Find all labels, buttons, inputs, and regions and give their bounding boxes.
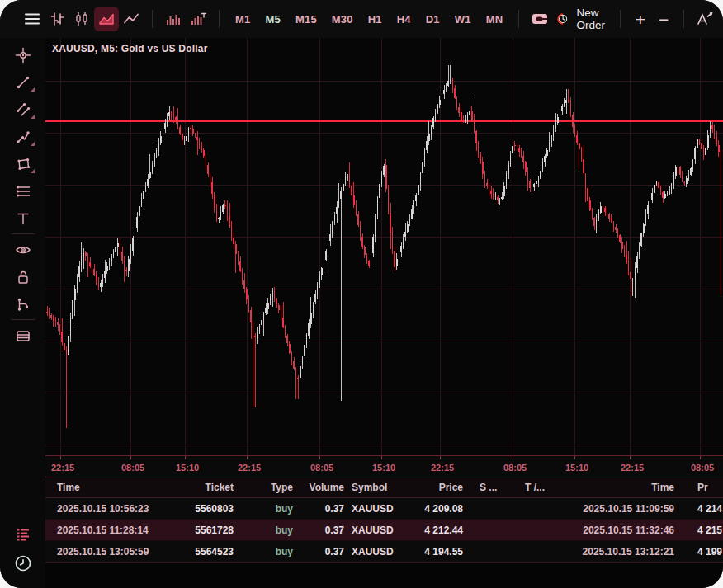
timeframe-M1[interactable]: M1 (228, 13, 258, 26)
time-axis-label: 22:15 (621, 463, 644, 473)
time-axis-tick (319, 456, 320, 459)
price-chart[interactable] (45, 38, 723, 455)
menu-icon (22, 9, 42, 29)
trade-list-button[interactable] (7, 520, 40, 548)
bottom-strip (45, 562, 723, 588)
sidebar-divider (11, 319, 35, 320)
table-cell: 0.37 (293, 524, 344, 536)
table-cell: buy (234, 524, 293, 536)
dropdown-corner (31, 142, 35, 146)
table-cell: 2025.10.15 11:09:59 (570, 503, 674, 515)
time-axis-label: 22:15 (431, 463, 454, 473)
line-chart-icon (122, 10, 140, 28)
dropdown-corner (31, 115, 35, 119)
table-row[interactable]: 2025.10.15 13:05:595564523buy0.37XAUUSD4… (45, 541, 723, 562)
tool-shapes[interactable] (7, 150, 40, 177)
tool-polyline[interactable] (7, 123, 40, 150)
tool-fibonacci[interactable] (7, 177, 40, 205)
time-axis-tick (130, 456, 131, 459)
table-cell: 4 194.55 (402, 546, 463, 557)
table-cell: 2025.10.15 11:32:46 (570, 524, 674, 536)
timeframe-M30[interactable]: M30 (324, 13, 361, 26)
zoom-out-button[interactable]: − (652, 11, 675, 28)
table-cell: 5561728 (184, 524, 234, 536)
volumes-button[interactable] (161, 7, 186, 31)
toolbar-divider (518, 10, 519, 28)
timeframe-D1[interactable]: D1 (418, 13, 447, 26)
table-cell: buy (234, 503, 293, 515)
table-row[interactable]: 2025.10.15 11:28:145561728buy0.37XAUUSD4… (45, 520, 723, 541)
table-cell: 5564523 (184, 546, 234, 557)
timeframe-M5[interactable]: M5 (258, 13, 287, 26)
time-axis-tick (185, 456, 186, 459)
history-button[interactable] (7, 549, 40, 576)
timeframe-MN[interactable]: MN (479, 13, 511, 26)
time-axis-label: 08:05 (121, 463, 144, 473)
timeframe-group: M1M5M15M30H1H4D1W1MN (228, 13, 510, 26)
time-axis-tick (440, 456, 441, 459)
table-cell: 0.37 (293, 503, 344, 515)
annotation-button[interactable] (692, 7, 717, 31)
candlestick-chart-button[interactable] (69, 7, 94, 31)
dropdown-corner (31, 169, 35, 173)
timeframe-H1[interactable]: H1 (361, 13, 390, 26)
bar-chart-icon (48, 10, 66, 28)
sidebar-divider (11, 233, 35, 234)
timeframe-M15[interactable]: M15 (288, 13, 324, 26)
drawing-toolbar (0, 38, 45, 588)
table-cell: 4 215 (674, 524, 723, 536)
table-cell: 0.37 (293, 546, 344, 557)
zoom-in-button[interactable]: + (629, 11, 652, 28)
time-axis-tick (574, 456, 575, 459)
table-cell: 2025.10.15 10:56:23 (45, 503, 184, 515)
tool-visibility[interactable] (7, 236, 40, 263)
trade-list-icon (14, 525, 32, 543)
area-chart-icon (97, 10, 116, 28)
tool-windows[interactable] (7, 322, 40, 349)
time-axis-label: 15:10 (372, 463, 395, 473)
time-axis-tick (700, 456, 701, 459)
top-toolbar: M1M5M15M30H1H4D1W1MN New Order + − (0, 0, 723, 38)
timeframe-H4[interactable]: H4 (390, 13, 418, 26)
table-cell: 2025.10.15 11:28:14 (45, 524, 184, 536)
area-chart-button[interactable] (94, 7, 119, 31)
tool-crosshair[interactable] (7, 41, 40, 68)
tool-lock[interactable] (7, 263, 40, 290)
table-header-0: Time (45, 482, 184, 493)
bar-chart-button[interactable] (45, 7, 69, 31)
tool-channels[interactable] (7, 96, 40, 123)
new-order-button[interactable]: New Order (557, 7, 612, 31)
dropdown-corner (31, 87, 35, 92)
line-chart-button[interactable] (119, 7, 144, 31)
toolbar-divider (620, 10, 621, 28)
time-axis-label: 08:05 (691, 463, 714, 473)
time-axis-label: 15:10 (565, 463, 588, 473)
tool-text[interactable] (7, 205, 40, 232)
toolbar-divider (683, 10, 684, 28)
tool-trendline[interactable] (7, 68, 40, 96)
table-row[interactable]: 2025.10.15 10:56:235560803buy0.37XAUUSD4… (45, 498, 723, 520)
chart-shift-button[interactable] (527, 7, 552, 31)
table-cell: 4 214 (674, 503, 723, 515)
toolbar-divider (219, 10, 220, 28)
table-header-2: Type (234, 482, 293, 493)
time-axis-label: 08:05 (310, 463, 333, 473)
positions-table: TimeTicketTypeVolumeSymbolPriceS ...T /.… (45, 477, 723, 562)
table-cell: XAUUSD (344, 503, 402, 515)
new-order-icon (557, 10, 569, 28)
time-axis-tick (513, 456, 513, 459)
tick-volumes-button[interactable] (186, 7, 210, 31)
table-header-8: Time (570, 482, 674, 493)
table-cell: 4 212.44 (402, 524, 463, 536)
time-axis[interactable]: 22:1508:0515:1022:1508:0515:1022:1508:05… (45, 455, 723, 477)
time-axis-label: 22:15 (238, 463, 261, 473)
volumes-icon (164, 10, 182, 28)
tool-objects[interactable] (7, 290, 40, 318)
menu-button[interactable] (20, 7, 45, 31)
timeframe-W1[interactable]: W1 (447, 13, 479, 26)
annotation-icon (695, 10, 715, 28)
time-axis-tick (381, 456, 382, 459)
table-cell: 5560803 (184, 503, 234, 515)
table-cell: 4 199 (674, 546, 723, 557)
time-axis-label: 08:05 (503, 463, 527, 473)
